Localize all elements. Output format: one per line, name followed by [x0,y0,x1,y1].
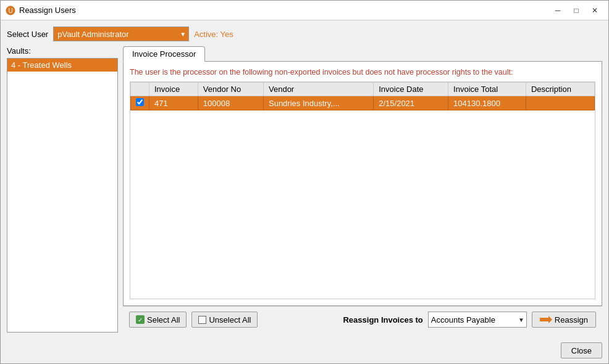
right-panel: Invoice Processor The user is the proces… [123,46,602,333]
row-checkbox[interactable] [136,98,144,106]
unselect-all-label: Unselect All [209,315,251,325]
user-dropdown[interactable]: pVault Administrator ▼ [53,27,189,41]
vaults-label: Vaults: [7,46,118,56]
close-window-button[interactable]: ✕ [586,3,603,18]
cell-invoice-date: 2/15/2021 [374,96,448,110]
reassign-invoices-label: Reassign Invoices to [343,315,422,325]
content-area: Select User pVault Administrator ▼ Activ… [1,20,608,339]
reassign-arrow-icon [540,315,552,325]
reassign-dropdown-wrapper: Accounts Payable ▼ [428,312,527,328]
invoice-table-wrapper: Invoice Vendor No Vendor Invoice Date In… [130,81,595,299]
col-checkbox [131,83,149,96]
col-vendor: Vendor [263,83,373,96]
col-invoice-total: Invoice Total [448,83,526,96]
close-button[interactable]: Close [561,342,602,358]
footer: Close [1,339,608,363]
tab-invoice-processor[interactable]: Invoice Processor [123,46,205,62]
tab-bar: Invoice Processor [123,46,602,62]
vaults-list: 4 - Treated Wells [7,58,118,333]
cell-invoice: 471 [149,96,198,110]
title-bar: U Reassign Users ─ □ ✕ [1,1,608,20]
cell-vendor-no: 100008 [198,96,263,110]
window-title: Reassign Users [19,6,549,15]
vault-item[interactable]: 4 - Treated Wells [7,59,117,72]
cell-description [526,96,594,110]
user-select-row: Select User pVault Administrator ▼ Activ… [7,27,602,41]
svg-text:U: U [8,7,12,14]
minimize-button[interactable]: ─ [549,3,566,18]
col-invoice-date: Invoice Date [374,83,448,96]
window-icon: U [6,6,15,15]
user-select-label: Select User [7,30,48,39]
svg-marker-3 [548,316,552,323]
window-controls: ─ □ ✕ [549,3,603,18]
col-invoice: Invoice [149,83,198,96]
main-row: Vaults: 4 - Treated Wells Invoice Proces… [7,46,602,333]
select-all-label: Select All [147,315,180,325]
reassign-to-dropdown[interactable]: Accounts Payable [428,312,527,328]
invoice-table: Invoice Vendor No Vendor Invoice Date In… [130,82,595,110]
reassign-button[interactable]: Reassign [532,312,596,328]
active-status: Active: Yes [194,30,233,39]
cell-vendor: Sundries Industry,... [263,96,373,110]
unselect-all-button[interactable]: Unselect All [191,312,258,328]
vaults-panel: Vaults: 4 - Treated Wells [7,46,118,333]
warning-text: The user is the processor on the followi… [130,68,595,77]
cell-invoice-total: 104130.1800 [448,96,526,110]
svg-rect-2 [540,318,548,321]
user-select-input[interactable]: pVault Administrator [56,27,186,41]
tab-content: The user is the processor on the followi… [123,61,602,306]
bottom-bar: ✓ Select All Unselect All Reassign Invoi… [123,306,602,333]
table-header-row: Invoice Vendor No Vendor Invoice Date In… [131,83,595,96]
col-description: Description [526,83,594,96]
select-all-button[interactable]: ✓ Select All [129,312,187,328]
col-vendor-no: Vendor No [198,83,263,96]
uncheck-icon [198,316,206,324]
main-window: U Reassign Users ─ □ ✕ Select User pVaul… [0,0,609,364]
checkmark-icon: ✓ [136,315,145,324]
table-row: 471 100008 Sundries Industry,... 2/15/20… [131,96,595,110]
restore-button[interactable]: □ [568,3,585,18]
row-checkbox-cell[interactable] [131,96,149,110]
reassign-btn-label: Reassign [555,315,588,325]
